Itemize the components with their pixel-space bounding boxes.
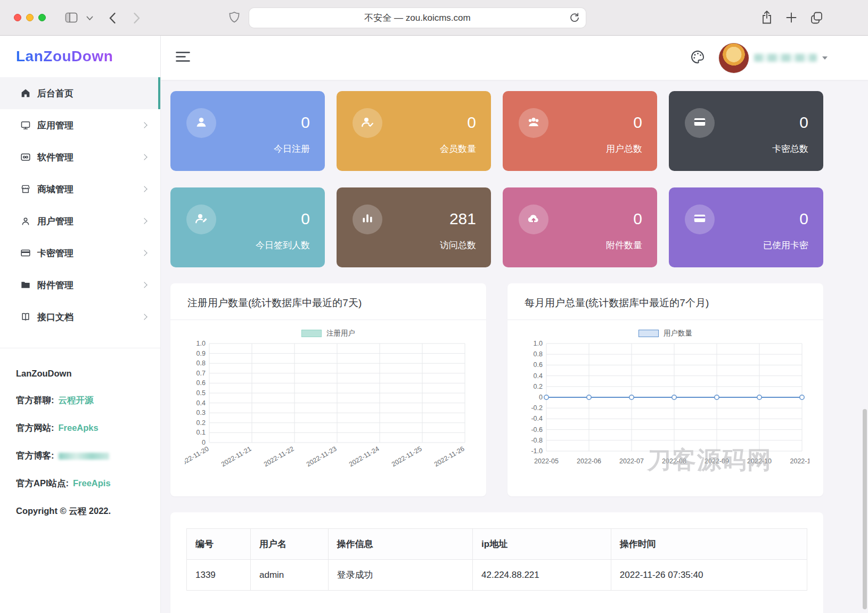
footer-blog-link-redacted[interactable]: [59, 453, 109, 460]
stat-label: 会员数量: [440, 144, 476, 153]
share-icon[interactable]: [760, 10, 773, 26]
address-bar-text: 不安全 — zou.koicms.com: [364, 12, 470, 24]
card-used-icon: [693, 211, 707, 227]
chevron-right-icon: [141, 218, 147, 224]
col-header-time: 操作时间: [611, 529, 807, 560]
stat-value: 0: [799, 115, 808, 130]
svg-text:2022-05: 2022-05: [534, 457, 559, 465]
username-redacted: [754, 54, 817, 62]
card-icon: [20, 248, 31, 258]
stat-label: 用户总数: [606, 144, 642, 153]
legend-label: 注册用户: [326, 329, 355, 338]
privacy-shield-icon[interactable]: [228, 11, 240, 25]
theme-palette-icon[interactable]: [690, 50, 705, 67]
app-header: [161, 36, 868, 80]
chevron-right-icon: [141, 282, 147, 288]
tab-overview-icon[interactable]: [810, 11, 823, 24]
reload-icon[interactable]: [569, 12, 580, 23]
user-check-icon: [361, 115, 374, 131]
stat-card-used-card-keys: 0 已使用卡密: [669, 187, 823, 267]
sidebar-item-label: 后台首页: [37, 87, 73, 100]
col-header-id: 编号: [187, 529, 251, 560]
sidebar-item-users[interactable]: 用户管理: [0, 205, 160, 237]
users-icon: [20, 216, 31, 226]
card-icon: [693, 115, 707, 131]
stat-label: 今日签到人数: [256, 241, 310, 250]
svg-text:2022-09: 2022-09: [705, 457, 729, 465]
svg-text:0.8: 0.8: [533, 350, 542, 358]
footer-chat-link[interactable]: 云程开源: [59, 395, 94, 405]
stat-card-today-registrations: 0 今日注册: [170, 91, 325, 171]
chart-title: 注册用户数量(统计数据库中最近的7天): [170, 283, 486, 320]
hamburger-menu-icon[interactable]: [176, 51, 190, 64]
cell-username: admin: [250, 560, 328, 591]
svg-text:2022-11-26: 2022-11-26: [432, 445, 465, 468]
stat-value: 0: [301, 115, 310, 130]
minimize-window-button[interactable]: [26, 14, 34, 21]
sidebar-item-dashboard[interactable]: 后台首页: [0, 77, 160, 109]
apps-icon: [20, 120, 31, 130]
sidebar-item-apps[interactable]: 应用管理: [0, 109, 160, 141]
svg-text:0.4: 0.4: [533, 372, 542, 380]
avatar[interactable]: [719, 43, 749, 73]
stat-label: 卡密总数: [772, 144, 808, 153]
footer-api-link[interactable]: FreeApis: [73, 478, 111, 488]
sidebar-item-label: 用户管理: [37, 215, 73, 227]
col-header-username: 用户名: [250, 529, 328, 560]
svg-text:2022-11-25: 2022-11-25: [390, 445, 423, 468]
svg-text:0: 0: [539, 394, 543, 401]
sidebar-item-api-docs[interactable]: 接口文档: [0, 301, 160, 333]
cloud-upload-icon: [527, 211, 541, 227]
stat-value: 281: [449, 211, 476, 227]
chart-legend[interactable]: 用户数量: [507, 329, 823, 338]
users-group-icon: [527, 115, 541, 131]
footer-title: LanZouDown: [16, 369, 144, 379]
cell-time: 2022-11-26 07:35:40: [611, 560, 807, 591]
page-scrollbar[interactable]: [863, 409, 867, 609]
svg-text:2022-07: 2022-07: [619, 457, 644, 465]
back-button[interactable]: [108, 12, 117, 24]
copyright-text: Copyright © 云程 2022.: [16, 505, 144, 517]
svg-text:0.2: 0.2: [196, 419, 205, 427]
footer-blog-label: 官方博客:: [16, 451, 54, 460]
footer-api-label: 官方API站点:: [16, 478, 69, 488]
new-tab-icon[interactable]: [785, 12, 797, 23]
api-docs-icon: [20, 312, 31, 322]
svg-text:2022-11-22: 2022-11-22: [262, 445, 295, 468]
sidebar-item-cards[interactable]: 卡密管理: [0, 237, 160, 269]
activity-log-panel: 编号 用户名 操作信息 ip地址 操作时间 1339 admin 登录成功 42: [170, 512, 823, 613]
chevron-right-icon: [141, 314, 147, 320]
chevron-right-icon: [141, 154, 147, 160]
weekly-registrations-chart: 00.10.20.30.40.50.60.70.80.91.02022-11-2…: [185, 339, 472, 479]
stat-value: 0: [799, 211, 808, 227]
chart-legend[interactable]: 注册用户: [170, 329, 486, 338]
monthly-users-chart: -1.0-0.8-0.6-0.4-0.200.20.40.60.81.02022…: [522, 339, 809, 468]
window-controls[interactable]: [14, 14, 46, 21]
svg-text:2022-10: 2022-10: [747, 457, 772, 465]
sidebar-footer: LanZouDown 官方群聊:云程开源 官方网站:FreeApks 官方博客:…: [0, 348, 160, 517]
forward-button[interactable]: [133, 12, 141, 24]
cell-ip: 42.224.88.221: [473, 560, 611, 591]
sidebar-item-label: 软件管理: [37, 151, 73, 164]
footer-site-label: 官方网站:: [16, 423, 54, 432]
svg-text:0.3: 0.3: [196, 409, 205, 416]
col-header-action: 操作信息: [328, 529, 472, 560]
footer-site-link[interactable]: FreeApks: [59, 423, 99, 432]
sidebar-item-attachments[interactable]: 附件管理: [0, 269, 160, 301]
address-bar[interactable]: 不安全 — zou.koicms.com: [249, 8, 586, 28]
stat-value: 0: [467, 115, 476, 130]
weekly-registrations-chart-panel: 注册用户数量(统计数据库中最近的7天) 注册用户 00.10.20.30.40.…: [170, 283, 486, 496]
svg-text:2022-11-20: 2022-11-20: [185, 445, 210, 468]
legend-swatch: [301, 330, 322, 337]
chevron-down-icon[interactable]: [86, 16, 93, 21]
sidebar-item-mall[interactable]: 商城管理: [0, 173, 160, 205]
user-menu[interactable]: [719, 43, 828, 73]
close-window-button[interactable]: [14, 14, 21, 21]
zoom-window-button[interactable]: [38, 14, 46, 21]
software-icon: [20, 152, 31, 162]
monthly-users-chart-panel: 每月用户总量(统计数据库中最近的7个月) 用户数量 -1.0-0.8-0.6-0…: [507, 283, 823, 496]
stat-value: 0: [301, 211, 310, 227]
sidebar-toggle-icon[interactable]: [65, 12, 78, 23]
stat-card-today-checkins: 0 今日签到人数: [170, 187, 325, 267]
sidebar-item-software[interactable]: 软件管理: [0, 141, 160, 173]
